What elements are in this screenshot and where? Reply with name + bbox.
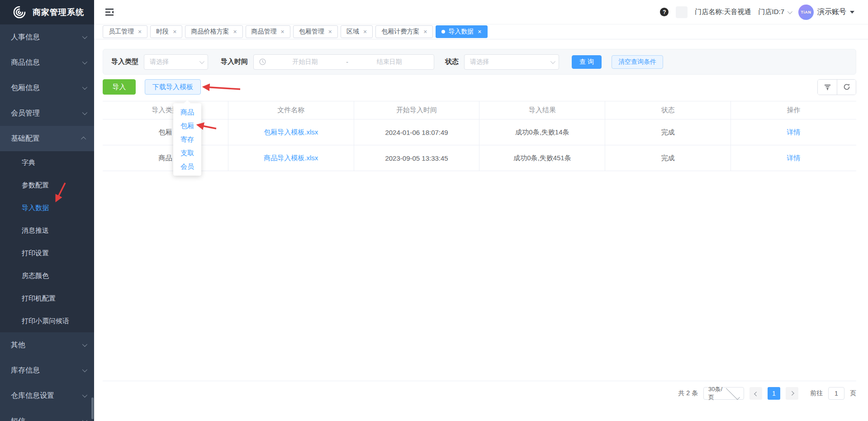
tab-baoxiangguanli[interactable]: 包厢管理	[293, 25, 338, 38]
sidebar-subitem-xiaopiaowenhouyu[interactable]: 打印小票问候语	[0, 310, 94, 332]
date-end-placeholder: 结束日期	[350, 58, 428, 66]
col-header-status: 状态	[605, 101, 731, 119]
tab-shangpinjiagefangan[interactable]: 商品价格方案	[185, 25, 242, 38]
tab-quyu[interactable]: 区域	[341, 25, 373, 38]
sidebar-item-kucun[interactable]: 库存信息	[0, 358, 94, 383]
close-icon[interactable]	[328, 29, 332, 35]
menu-item-jicun[interactable]: 寄存	[173, 133, 201, 146]
table-tools	[817, 79, 856, 95]
current-page-button[interactable]: 1	[768, 387, 780, 400]
menu-item-baoxiang[interactable]: 包厢	[173, 119, 201, 133]
menu-item-zhiqu[interactable]: 支取	[173, 146, 201, 160]
sidebar-item-label: 其他	[11, 340, 25, 350]
prev-page-button[interactable]	[749, 387, 762, 400]
status-select[interactable]: 请选择	[464, 54, 559, 70]
tab-shiduan[interactable]: 时段	[150, 25, 182, 38]
tab-label: 导入数据	[448, 28, 474, 36]
refresh-button[interactable]	[837, 80, 856, 95]
tab-yuangongguanli[interactable]: 员工管理	[103, 25, 147, 38]
tab-shangpinguanli[interactable]: 商品管理	[246, 25, 290, 38]
page-suffix: 页	[850, 389, 856, 397]
import-table: 导入类型 文件名称 开始导入时间 导入结果 状态 操作 包厢 包厢导入模板.xl…	[103, 101, 856, 381]
close-icon[interactable]	[363, 29, 367, 35]
sidebar-subitem-dayinjipeizhi[interactable]: 打印机配置	[0, 287, 94, 310]
close-icon[interactable]	[281, 29, 285, 35]
chevron-down-icon	[787, 9, 792, 14]
chevron-down-icon	[82, 342, 87, 347]
cell-starttime: 2024-01-06 18:07:49	[354, 120, 480, 145]
store-logo-placeholder	[676, 6, 688, 18]
sidebar-subitem-fangtaiyanse[interactable]: 房态颜色	[0, 264, 94, 287]
sidebar-item-duanxin[interactable]: 短信	[0, 408, 94, 421]
detail-link[interactable]: 详情	[787, 128, 801, 137]
status-label: 状态	[445, 57, 459, 66]
topbar-right: ? 门店名称:天音视通 门店ID:7 TiAN 演示账号	[660, 5, 854, 20]
sidebar-scrollbar[interactable]	[91, 397, 94, 419]
topbar: ? 门店名称:天音视通 门店ID:7 TiAN 演示账号	[94, 0, 868, 24]
download-template-button[interactable]: 下载导入模板	[145, 79, 201, 95]
page-size-select[interactable]: 30条/页	[703, 387, 744, 400]
main-content: 导入类型 请选择 导入时间 开始日期 - 结束日期 状态 请选择 查 询 清空查…	[94, 39, 868, 421]
col-header-type: 导入类型	[103, 101, 228, 119]
tab-baoxiangjifeifangan[interactable]: 包厢计费方案	[375, 25, 433, 38]
sidebar-item-label: 库存信息	[11, 366, 40, 375]
detail-link[interactable]: 详情	[787, 154, 801, 163]
account-menu[interactable]: TiAN 演示账号	[798, 5, 854, 20]
clear-filters-button[interactable]: 清空查询条件	[612, 55, 663, 69]
sidebar-item-label: 基础配置	[11, 134, 40, 144]
account-name: 演示账号	[817, 7, 846, 17]
chevron-down-icon	[199, 58, 204, 63]
menu-item-huiyuan[interactable]: 会员	[173, 160, 201, 173]
sidebar-item-cangku[interactable]: 仓库信息设置	[0, 383, 94, 408]
collapse-sidebar-icon[interactable]	[105, 8, 114, 16]
import-button[interactable]: 导入	[103, 79, 136, 95]
table-row: 商品 商品导入模板.xlsx 2023-09-05 13:33:45 成功0条,…	[103, 145, 856, 171]
close-icon[interactable]	[138, 29, 142, 35]
next-page-button[interactable]	[786, 387, 798, 400]
close-icon[interactable]	[233, 29, 237, 35]
filter-icon	[824, 84, 831, 91]
help-icon[interactable]: ?	[660, 8, 669, 16]
sidebar-submenu: 字典 参数配置 导入数据 消息推送 打印设置 房态颜色 打印机配置 打印小票问候…	[0, 151, 94, 332]
search-button[interactable]: 查 询	[572, 55, 602, 69]
sidebar-item-label: 会员管理	[11, 109, 40, 118]
table-toolbar: 导入 下载导入模板	[103, 79, 856, 95]
caret-down-icon	[850, 11, 854, 14]
chevron-down-icon	[82, 418, 87, 421]
goto-label: 前往	[810, 389, 823, 397]
tab-label: 商品管理	[251, 28, 277, 36]
close-icon[interactable]	[173, 29, 176, 35]
tab-label: 商品价格方案	[191, 28, 229, 36]
goto-page-input[interactable]	[828, 387, 844, 400]
sidebar-subitem-zidian[interactable]: 字典	[0, 151, 94, 174]
import-type-select[interactable]: 请选择	[144, 54, 208, 70]
sidebar-item-renshi[interactable]: 人事信息	[0, 24, 94, 50]
file-link[interactable]: 包厢导入模板.xlsx	[264, 128, 318, 137]
brand: 商家管理系统	[0, 0, 94, 24]
sidebar-item-baoxiang[interactable]: 包厢信息	[0, 75, 94, 100]
sidebar-subitem-daorushuju[interactable]: 导入数据	[0, 196, 94, 219]
clock-icon	[259, 58, 266, 65]
sidebar-item-jichupeizhi[interactable]: 基础配置	[0, 126, 94, 151]
sidebar-subitem-canshupeizhi[interactable]: 参数配置	[0, 174, 94, 196]
sidebar-item-label: 人事信息	[11, 33, 40, 42]
sidebar-subitem-dayinshezhi[interactable]: 打印设置	[0, 242, 94, 264]
sidebar-item-qita[interactable]: 其他	[0, 332, 94, 358]
tab-label: 包厢管理	[299, 28, 324, 36]
close-icon[interactable]	[478, 29, 481, 35]
sidebar-item-shangpin[interactable]: 商品信息	[0, 50, 94, 75]
sidebar-item-huiyuan[interactable]: 会员管理	[0, 100, 94, 126]
chevron-up-icon	[81, 137, 86, 142]
date-separator: -	[344, 58, 350, 66]
date-range-picker[interactable]: 开始日期 - 结束日期	[253, 54, 434, 70]
filter-columns-button[interactable]	[818, 80, 837, 95]
tab-label: 区域	[346, 28, 359, 36]
import-type-label: 导入类型	[111, 57, 138, 66]
tab-daorushuju-active[interactable]: 导入数据	[436, 25, 487, 38]
sidebar-subitem-xiaoxituisong[interactable]: 消息推送	[0, 219, 94, 242]
cell-status: 完成	[605, 145, 731, 171]
menu-item-shangpin[interactable]: 商品	[173, 105, 201, 119]
file-link[interactable]: 商品导入模板.xlsx	[264, 154, 318, 163]
store-switcher[interactable]: 门店ID:7	[758, 8, 791, 16]
close-icon[interactable]	[423, 29, 427, 35]
